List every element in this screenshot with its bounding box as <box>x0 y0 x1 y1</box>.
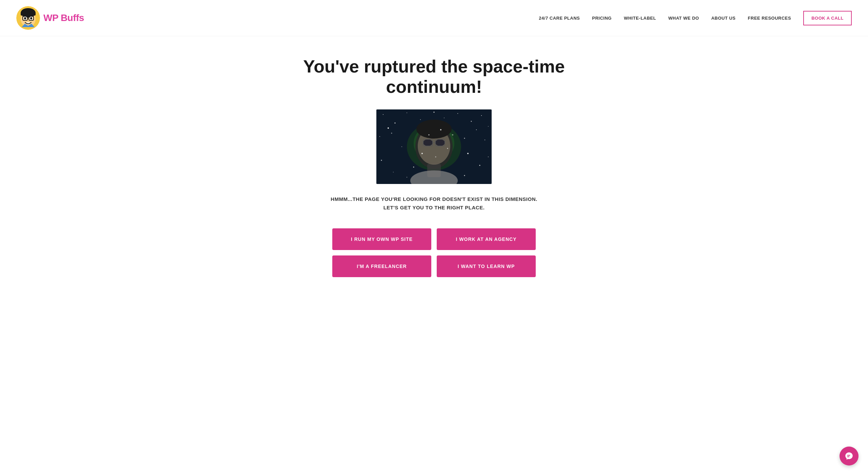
book-call-button[interactable]: BOOK A CALL <box>803 11 852 25</box>
svg-point-47 <box>423 139 433 146</box>
svg-point-53 <box>429 134 430 135</box>
cta-buttons-grid: I RUN MY OWN WP SITE I WORK AT AN AGENCY… <box>332 228 536 277</box>
svg-point-35 <box>388 127 389 129</box>
cta-learn-wp[interactable]: I WANT TO LEARN WP <box>437 255 536 277</box>
nav-free-resources[interactable]: FREE RESOURCES <box>748 16 791 21</box>
svg-point-16 <box>420 119 421 120</box>
svg-point-48 <box>435 139 445 146</box>
svg-point-57 <box>435 156 436 157</box>
svg-point-22 <box>488 126 489 127</box>
error-image <box>376 109 492 184</box>
cta-freelancer[interactable]: I'M A FREELANCER <box>332 255 431 277</box>
svg-point-8 <box>30 17 32 20</box>
svg-point-25 <box>485 140 485 140</box>
logo-avatar <box>16 6 40 30</box>
main-content: You've ruptured the space-time continuum… <box>0 36 868 304</box>
logo-black: Buffs <box>58 13 84 23</box>
svg-point-32 <box>393 172 394 172</box>
svg-point-13 <box>383 114 383 115</box>
logo[interactable]: WP Buffs <box>16 6 84 30</box>
subtitle-line2: LET'S GET YOU TO THE RIGHT PLACE. <box>383 205 485 210</box>
subtitle-line1: HMMM...THE PAGE YOU'RE LOOKING FOR DOESN… <box>331 196 537 202</box>
svg-point-34 <box>464 175 465 176</box>
svg-point-27 <box>464 138 465 139</box>
header: WP Buffs 24/7 CARE PLANS PRICING WHITE-L… <box>0 0 868 36</box>
nav-pricing[interactable]: PRICING <box>592 16 612 21</box>
nav-white-label[interactable]: WHITE-LABEL <box>624 16 656 21</box>
svg-point-17 <box>434 111 435 112</box>
svg-point-15 <box>407 112 407 113</box>
svg-point-30 <box>488 157 489 157</box>
svg-point-19 <box>457 113 458 114</box>
svg-point-31 <box>479 165 480 166</box>
svg-point-20 <box>471 121 472 122</box>
svg-point-40 <box>467 153 469 154</box>
svg-point-23 <box>379 136 380 137</box>
svg-point-56 <box>421 153 423 154</box>
svg-rect-3 <box>21 12 23 16</box>
svg-point-52 <box>416 120 452 139</box>
logo-pink: WP <box>43 13 58 23</box>
svg-point-24 <box>391 132 392 133</box>
chat-bubble[interactable] <box>840 447 859 466</box>
svg-rect-4 <box>34 12 36 16</box>
svg-point-18 <box>444 118 445 118</box>
page-title: You've ruptured the space-time continuum… <box>281 57 587 97</box>
nav-what-we-do[interactable]: WHAT WE DO <box>668 16 699 21</box>
svg-point-54 <box>440 129 441 130</box>
svg-point-7 <box>24 17 26 20</box>
svg-point-14 <box>395 122 396 123</box>
svg-point-39 <box>413 166 414 167</box>
svg-point-33 <box>407 177 407 178</box>
svg-point-29 <box>381 160 382 161</box>
svg-point-28 <box>401 146 402 147</box>
svg-point-26 <box>476 129 477 130</box>
cta-own-wp-site[interactable]: I RUN MY OWN WP SITE <box>332 228 431 250</box>
svg-point-21 <box>481 115 482 116</box>
svg-point-55 <box>447 148 448 149</box>
nav-care-plans[interactable]: 24/7 CARE PLANS <box>539 16 580 21</box>
nav-about-us[interactable]: ABOUT US <box>711 16 736 21</box>
cta-agency[interactable]: I WORK AT AN AGENCY <box>437 228 536 250</box>
subtitle: HMMM...THE PAGE YOU'RE LOOKING FOR DOESN… <box>331 195 537 212</box>
main-nav: 24/7 CARE PLANS PRICING WHITE-LABEL WHAT… <box>539 11 852 25</box>
